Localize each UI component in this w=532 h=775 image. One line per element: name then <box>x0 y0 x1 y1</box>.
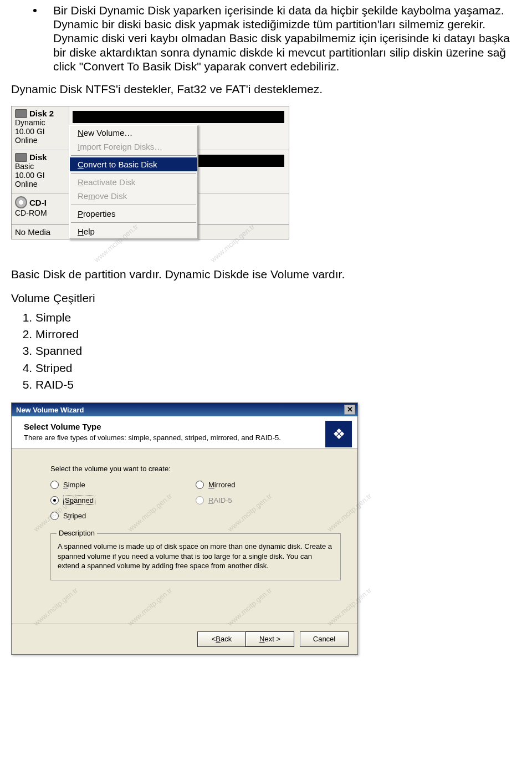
radio-icon <box>50 481 59 489</box>
menu-separator <box>71 155 196 156</box>
disk-icon <box>15 109 27 118</box>
disk2-size: 10.00 GI <box>15 127 65 136</box>
wizard-step-subtitle: There are five types of volumes: simple,… <box>24 434 319 442</box>
menu-import-foreign-disks: Import Foreign Disks… <box>70 140 197 154</box>
description-group: Description A spanned volume is made up … <box>50 533 341 580</box>
disk-type: Basic <box>15 162 65 171</box>
radio-spanned[interactable]: Spanned <box>50 496 196 505</box>
next-button[interactable]: Next > <box>245 631 294 647</box>
menu-help[interactable]: Help <box>70 225 197 238</box>
wizard-step-title: Select Volume Type <box>24 422 319 431</box>
menu-reactivate-disk: Reactivate Disk <box>70 175 197 189</box>
radio-simple[interactable]: Simple <box>50 481 196 489</box>
wizard-header: Select Volume Type There are five types … <box>12 416 357 449</box>
disk-management-screenshot: Disk 2 Dynamic 10.00 GI Online Disk Basi… <box>11 106 521 239</box>
menu-remove-disk: Remove Disk <box>70 189 197 203</box>
wizard-footer: < Back Next > Cancel <box>12 624 357 654</box>
cancel-button[interactable]: Cancel <box>300 631 349 647</box>
disk2-status: Online <box>15 136 65 145</box>
menu-properties[interactable]: Properties <box>70 207 197 221</box>
disk2-volume-bar <box>73 111 284 123</box>
radio-mirrored[interactable]: Mirrored <box>196 481 341 489</box>
radio-striped[interactable]: Striped <box>50 512 196 520</box>
menu-separator <box>71 205 196 205</box>
close-icon[interactable]: ✕ <box>344 405 355 415</box>
wizard-banner-icon: ❖ <box>325 421 352 447</box>
cdrom-type: CD-ROM <box>15 208 65 217</box>
disk2-title: Disk 2 <box>29 109 54 118</box>
bullet-icon <box>33 9 37 12</box>
list-item: Striped <box>35 360 521 376</box>
menu-new-volume[interactable]: New Volume… <box>70 126 197 140</box>
disk-status: Online <box>15 180 65 188</box>
list-item: RAID-5 <box>35 377 521 392</box>
wizard-body: Select the volume you want to create: Si… <box>12 449 357 590</box>
bullet-text: Bir Diski Dynamic Disk yaparken içerisin… <box>53 3 521 73</box>
radio-icon <box>196 481 204 489</box>
wizard-title-text: New Volume Wizard <box>16 406 84 414</box>
disk-icon <box>15 153 27 162</box>
list-item: Spanned <box>35 343 521 359</box>
cdrom-title: CD-I <box>29 198 47 207</box>
context-menu: New Volume… Import Foreign Disks… Conver… <box>69 125 198 239</box>
volume-types-header: Volume Çeşitleri <box>11 291 521 305</box>
volume-type-options: Simple Mirrored Spanned RAID-5 Striped <box>50 481 341 520</box>
description-legend: Description <box>57 529 97 537</box>
menu-separator <box>71 222 196 223</box>
radio-raid5: RAID-5 <box>196 496 341 505</box>
disk2-type: Dynamic <box>15 118 65 127</box>
radio-icon <box>196 496 204 504</box>
disk-size: 10.00 GI <box>15 171 65 180</box>
wizard-titlebar: New Volume Wizard ✕ <box>12 403 357 416</box>
paragraph-basic-dynamic: Basic Disk de partition vardır. Dynamic … <box>11 267 521 281</box>
volume-types-list: Simple Mirrored Spanned Striped RAID-5 <box>35 310 521 393</box>
list-item: Mirrored <box>35 327 521 342</box>
select-volume-label: Select the volume you want to create: <box>50 465 341 473</box>
back-button[interactable]: < Back <box>197 631 245 647</box>
paragraph-ntfs: Dynamic Disk NTFS'i destekler, Fat32 ve … <box>11 82 521 96</box>
radio-icon <box>50 496 59 504</box>
description-text: A spanned volume is made up of disk spac… <box>58 542 334 571</box>
disk-title: Disk <box>29 152 47 162</box>
menu-separator <box>71 173 196 174</box>
radio-icon <box>50 512 59 520</box>
menu-convert-to-basic-disk[interactable]: Convert to Basic Disk <box>70 157 197 171</box>
new-volume-wizard: New Volume Wizard ✕ Select Volume Type T… <box>11 402 358 655</box>
list-item: Simple <box>35 310 521 325</box>
bullet-paragraph: Bir Diski Dynamic Disk yaparken içerisin… <box>11 3 521 73</box>
cdrom-icon <box>15 196 27 208</box>
